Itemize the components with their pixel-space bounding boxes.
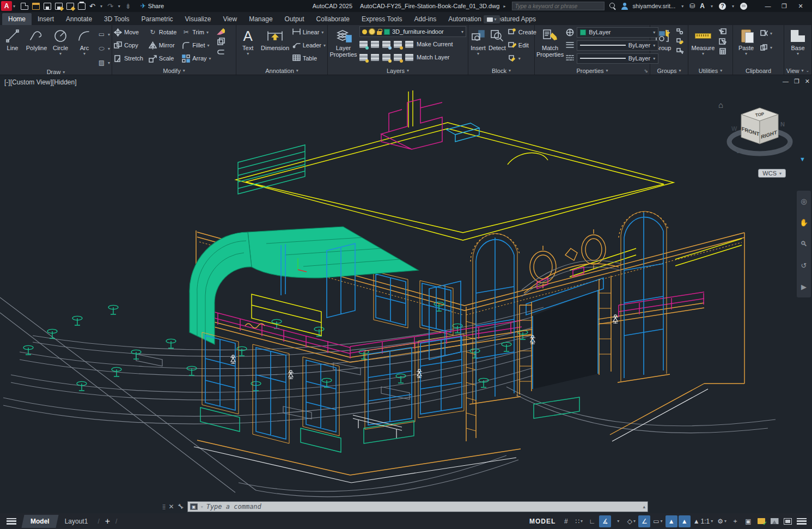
cut-icon[interactable]	[760, 29, 768, 38]
isolate-objects-button[interactable]: ▣	[742, 515, 754, 527]
layout1-tab[interactable]: Layout1	[57, 515, 96, 528]
ortho-toggle[interactable]: ∟	[586, 515, 598, 527]
drawing-restore-icon[interactable]: ❐	[794, 78, 799, 85]
workspace-button[interactable]: ▾	[484, 15, 500, 23]
command-expand-icon[interactable]: ▴	[643, 504, 645, 509]
layer-unlock-toggle-icon[interactable]	[394, 53, 402, 62]
annotation-visibility-toggle[interactable]: ▲	[666, 515, 677, 527]
layer-lock-icon[interactable]	[394, 40, 402, 48]
ribbon-tab[interactable]: Automation	[442, 13, 487, 25]
ribbon-tab[interactable]: 3D Tools	[98, 13, 135, 25]
trim-button[interactable]: ✂Trim▾	[182, 26, 211, 38]
undo-caret-icon[interactable]: ▾	[100, 4, 102, 9]
edit-block-button[interactable]: Edit	[508, 39, 536, 51]
rectangle-tool-icon[interactable]: ▭	[97, 31, 106, 39]
ribbon-tab[interactable]: Annotate	[60, 13, 98, 25]
circle-button[interactable]: Circle▾	[50, 26, 71, 57]
model-space-badge[interactable]: MODEL	[529, 518, 555, 525]
panel-properties-footer[interactable]: Properties▾	[536, 66, 648, 75]
block-attributes-icon[interactable]: ▾	[508, 52, 536, 64]
search-expand-icon[interactable]: ▸	[504, 4, 506, 9]
search-input[interactable]	[512, 2, 605, 10]
explode-icon[interactable]	[217, 38, 225, 46]
save-as-icon[interactable]	[55, 3, 63, 10]
layer-dropdown[interactable]: 3D_furniture-indoor ▾	[359, 26, 466, 37]
copy-clip-icon[interactable]	[760, 44, 768, 52]
open-file-icon[interactable]	[32, 3, 40, 10]
quick-select-icon[interactable]	[718, 27, 726, 35]
minimize-button[interactable]: —	[760, 0, 776, 12]
panel-block-footer[interactable]: Block▾	[470, 66, 533, 75]
line-button[interactable]: Line	[2, 26, 23, 51]
layer-properties-button[interactable]: Layer Properties	[329, 26, 357, 58]
qat-customize-icon[interactable]: ⇟	[125, 3, 131, 10]
help-icon[interactable]: ?	[719, 3, 726, 10]
showmotion-icon[interactable]: ▶︎	[801, 283, 807, 291]
drawing-minimize-icon[interactable]: —	[783, 78, 789, 85]
ribbon-tab[interactable]: Manage	[243, 13, 278, 25]
command-input[interactable]: ▣ ▾ Type a command ▴	[187, 501, 648, 512]
panel-utilities-footer[interactable]: Utilities▾	[690, 66, 731, 75]
panel-view-footer[interactable]: View▾⌄	[786, 66, 810, 75]
match-properties-button[interactable]: Match Properties	[536, 26, 564, 58]
properties-dialog-launcher-icon[interactable]: ⇘	[644, 68, 648, 74]
user-menu-caret-icon[interactable]: ▾	[681, 4, 683, 9]
isodraft-toggle[interactable]: ◇▾	[625, 515, 637, 527]
ribbon-tab[interactable]: Parametric	[136, 13, 179, 25]
object-snap-tracking-toggle[interactable]: ∠	[638, 515, 650, 527]
save-to-web-icon[interactable]	[66, 3, 74, 10]
panel-draw-footer[interactable]: Draw▾	[2, 69, 110, 75]
lineweight-dropdown[interactable]: ByLayer ▾	[577, 40, 658, 51]
dimension-button[interactable]: Dimension	[260, 26, 290, 51]
linear-button[interactable]: Linear▾	[292, 26, 326, 38]
store-cart-icon[interactable]: ⛁	[689, 2, 695, 10]
mirror-button[interactable]: Mirror	[149, 39, 176, 51]
command-bar-grip[interactable]: ⣿	[162, 504, 166, 509]
ribbon-tab[interactable]: Visualize	[179, 13, 217, 25]
drawing-close-icon[interactable]: ✕	[805, 78, 810, 85]
leader-button[interactable]: Leader▾	[292, 39, 326, 51]
calculator-icon[interactable]	[718, 47, 726, 55]
autoscale-toggle[interactable]: ▲	[679, 515, 691, 527]
app-logo-icon[interactable]: A	[1, 1, 12, 11]
ribbon-tab[interactable]: Add-ins	[408, 13, 442, 25]
share-button[interactable]: ✈ Share	[141, 2, 164, 10]
base-button[interactable]: Base▾	[786, 26, 810, 57]
hardware-acceleration-toggle[interactable]	[755, 515, 767, 527]
overkill-icon[interactable]	[217, 48, 225, 56]
panel-annotation-footer[interactable]: Annotation▾	[238, 66, 326, 75]
panel-layers-footer[interactable]: Layers▾	[329, 66, 466, 75]
command-bar-close-icon[interactable]: ✕	[169, 503, 174, 510]
stretch-button[interactable]: Stretch	[114, 52, 143, 64]
viewcube[interactable]: ⌂ TOP FRONT RIGHT S E N W	[726, 87, 797, 169]
graphics-performance-toggle[interactable]	[768, 515, 780, 527]
close-button[interactable]: ✕	[792, 0, 809, 12]
ribbon-tab[interactable]: Express Tools	[356, 13, 408, 25]
customize-statusbar-icon[interactable]	[797, 518, 807, 525]
model-tab[interactable]: Model	[21, 515, 58, 528]
snap-mode-toggle[interactable]: ∷▾	[573, 515, 585, 527]
layer-isolate-icon[interactable]	[371, 40, 379, 48]
feedback-chat-icon[interactable]	[740, 3, 747, 10]
grid-toggle[interactable]: #	[560, 515, 572, 527]
table-button[interactable]: Table	[292, 52, 326, 64]
polar-tracking-toggle[interactable]: ∡	[599, 515, 611, 527]
autodesk-caret-icon[interactable]: ▾	[711, 4, 713, 9]
clean-screen-button[interactable]	[782, 515, 793, 527]
polyline-button[interactable]: Polyline	[26, 26, 47, 51]
group-edit-icon[interactable]	[676, 37, 684, 45]
redo-icon[interactable]: ↷	[107, 3, 113, 10]
ribbon-tab[interactable]: View	[217, 13, 243, 25]
quick-calc-icon[interactable]	[718, 37, 726, 45]
ribbon-tab[interactable]: Output	[279, 13, 310, 25]
viewport-controls-label[interactable]: [-][Custom View][Hidden]	[4, 78, 77, 86]
viewcube-menu-caret-icon[interactable]: ▼	[799, 156, 805, 162]
array-button[interactable]: Array▾	[182, 52, 211, 64]
create-block-button[interactable]: Create	[508, 26, 536, 38]
viewcube-home-icon[interactable]: ⌂	[718, 100, 723, 110]
measure-button[interactable]: Measure▾	[690, 26, 716, 57]
detect-button[interactable]: Detect	[489, 26, 506, 51]
paste-button[interactable]: Paste▾	[735, 26, 758, 57]
arc-button[interactable]: Arc▾	[74, 26, 95, 57]
ribbon-tab[interactable]: Collaborate	[310, 13, 356, 25]
